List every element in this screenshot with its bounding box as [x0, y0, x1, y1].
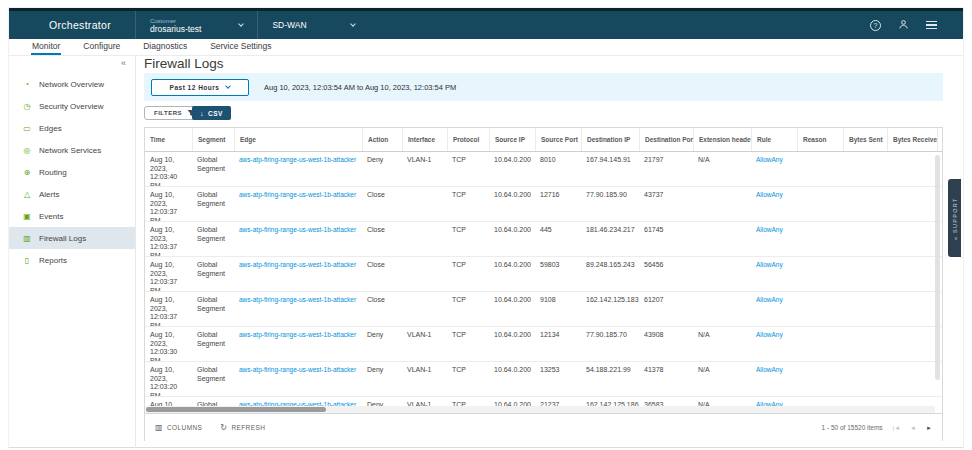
- cell-source-ip: 10.64.0.200: [489, 257, 535, 291]
- support-tab-text: « SUPPORT: [952, 197, 958, 240]
- nav-tab[interactable]: Diagnostics: [142, 39, 188, 55]
- column-header-interface[interactable]: Interface: [402, 128, 447, 151]
- edge-link[interactable]: aws-atp-firing-range-us-west-1b-attacker: [239, 156, 356, 163]
- cell-segment: Global Segment: [192, 222, 234, 256]
- horizontal-scrollbar[interactable]: [145, 406, 935, 413]
- column-header-rule[interactable]: Rule: [751, 128, 797, 151]
- table-row[interactable]: Aug 10, 2023, 12:03:20 PM Global Segment…: [145, 362, 942, 397]
- rule-link[interactable]: AllowAny: [756, 261, 783, 268]
- help-icon[interactable]: ?: [870, 20, 881, 31]
- primary-nav-tabs: Monitor Configure Diagnostics Service Se…: [9, 39, 963, 56]
- edge-link[interactable]: aws-atp-firing-range-us-west-1b-attacker: [239, 296, 356, 303]
- cell-edge: aws-atp-firing-range-us-west-1b-attacker: [234, 257, 362, 291]
- column-header-extension-headers[interactable]: Extension headers: [693, 128, 751, 151]
- columns-button[interactable]: ▥ COLUMNS: [155, 423, 202, 432]
- edge-link[interactable]: aws-atp-firing-range-us-west-1b-attacker: [239, 366, 356, 373]
- column-header-destination-ip[interactable]: Destination IP: [581, 128, 639, 151]
- column-header-segment[interactable]: Segment: [192, 128, 234, 151]
- sidebar-item[interactable]: △ Alerts: [9, 183, 135, 205]
- cell-protocol: TCP: [447, 222, 489, 256]
- time-range-text: Aug 10, 2023, 12:03:54 AM to Aug 10, 202…: [264, 83, 456, 92]
- cell-rule: AllowAny: [751, 187, 797, 221]
- sidebar-collapse-icon[interactable]: «: [121, 58, 126, 68]
- table-row[interactable]: Aug 10, 2023, 12:03:37 PM Global Segment…: [145, 187, 942, 222]
- service-dropdown[interactable]: SD-WAN: [258, 11, 368, 39]
- cell-source-port: 12716: [535, 187, 581, 221]
- column-header-time[interactable]: Time: [145, 128, 192, 151]
- csv-button-label: CSV: [208, 110, 223, 117]
- sidebar: « ◔ Network Overview ◷ Security Overview…: [9, 56, 136, 448]
- scrollbar-thumb[interactable]: [146, 407, 326, 412]
- sidebar-item[interactable]: ⊕ Routing: [9, 161, 135, 183]
- first-page-icon[interactable]: |◄: [893, 425, 901, 431]
- support-tab[interactable]: « SUPPORT: [948, 179, 961, 257]
- rule-link[interactable]: AllowAny: [756, 191, 783, 198]
- sidebar-item-icon: ▯: [22, 256, 32, 265]
- previous-page-icon[interactable]: ◄: [910, 425, 916, 431]
- user-icon[interactable]: [898, 16, 909, 34]
- edge-link[interactable]: aws-atp-firing-range-us-west-1b-attacker: [239, 226, 356, 233]
- nav-tab[interactable]: Service Settings: [209, 39, 272, 55]
- rule-link[interactable]: AllowAny: [756, 331, 783, 338]
- sidebar-item-icon: ▥: [22, 234, 32, 243]
- column-header-reason[interactable]: Reason: [797, 128, 843, 151]
- vertical-scrollbar[interactable]: [935, 155, 940, 380]
- sidebar-item[interactable]: ◎ Network Services: [9, 139, 135, 161]
- column-header-source-ip[interactable]: Source IP: [489, 128, 535, 151]
- sidebar-item[interactable]: ▭ Edges: [9, 117, 135, 139]
- menu-icon[interactable]: [926, 21, 937, 30]
- sidebar-item[interactable]: ◔ Network Overview: [9, 73, 135, 95]
- cell-destination-port: 41378: [639, 362, 693, 396]
- column-header-source-port[interactable]: Source Port: [535, 128, 581, 151]
- edge-link[interactable]: aws-atp-firing-range-us-west-1b-attacker: [239, 261, 356, 268]
- table-row[interactable]: Aug 10, 2023, 12:03:37 PM Global Segment…: [145, 257, 942, 292]
- customer-value: drosarius-test: [150, 25, 202, 33]
- cell-interface: VLAN-1: [402, 152, 447, 186]
- cell-destination-port: 43908: [639, 327, 693, 361]
- table-row[interactable]: Aug 10, 2023, 12:03:40 PM Global Segment…: [145, 152, 942, 187]
- table-row[interactable]: Aug 10, 2023, 12:03:37 PM Global Segment…: [145, 292, 942, 327]
- edge-link[interactable]: aws-atp-firing-range-us-west-1b-attacker: [239, 331, 356, 338]
- sidebar-item[interactable]: ▥ Firewall Logs: [9, 227, 135, 249]
- column-header-protocol[interactable]: Protocol: [447, 128, 489, 151]
- nav-tab[interactable]: Monitor: [31, 39, 61, 55]
- next-page-icon[interactable]: ►: [926, 425, 932, 431]
- sidebar-item[interactable]: ▣ Events: [9, 205, 135, 227]
- column-header-duration[interactable]: Duration: [937, 128, 942, 151]
- table-row[interactable]: Aug 10, 2023, 12:03:30 PM Global Segment…: [145, 327, 942, 362]
- cell-destination-ip: 181.46.234.217: [581, 222, 639, 256]
- rule-link[interactable]: AllowAny: [756, 226, 783, 233]
- column-header-edge[interactable]: Edge: [234, 128, 362, 151]
- cell-bytes-received: [887, 257, 937, 291]
- pagination-range-text: 1 - 50 of 15520 items: [822, 424, 883, 431]
- column-header-destination-port[interactable]: Destination Port: [639, 128, 693, 151]
- table-row[interactable]: Aug 10, 2023, 12:03:37 PM Global Segment…: [145, 222, 942, 257]
- cell-extension-headers: N/A: [693, 362, 751, 396]
- cell-protocol: TCP: [447, 362, 489, 396]
- cell-destination-ip: 77.90.185.90: [581, 187, 639, 221]
- time-range-select[interactable]: Past 12 Hours: [151, 79, 249, 96]
- cell-rule: AllowAny: [751, 362, 797, 396]
- edge-link[interactable]: aws-atp-firing-range-us-west-1b-attacker: [239, 191, 356, 198]
- cell-extension-headers: N/A: [693, 152, 751, 186]
- rule-link[interactable]: AllowAny: [756, 156, 783, 163]
- cell-bytes-received: [887, 292, 937, 326]
- nav-tab[interactable]: Configure: [82, 39, 121, 55]
- cell-interface: [402, 187, 447, 221]
- refresh-button[interactable]: ↻ REFRESH: [220, 423, 265, 432]
- rule-link[interactable]: AllowAny: [756, 296, 783, 303]
- sidebar-item[interactable]: ▯ Reports: [9, 249, 135, 271]
- customer-dropdown[interactable]: Customer drosarius-test: [136, 11, 258, 39]
- cell-edge: aws-atp-firing-range-us-west-1b-attacker: [234, 152, 362, 186]
- csv-export-button[interactable]: ↓ CSV: [192, 106, 231, 120]
- column-header-bytes-sent[interactable]: Bytes Sent: [843, 128, 887, 151]
- cell-destination-ip: 167.94.145.91: [581, 152, 639, 186]
- chevron-left-icon: «: [952, 235, 958, 239]
- column-header-bytes-received[interactable]: Bytes Received: [887, 128, 937, 151]
- rule-link[interactable]: AllowAny: [756, 366, 783, 373]
- sidebar-item-icon: ◔: [22, 80, 32, 89]
- cell-protocol: TCP: [447, 292, 489, 326]
- cell-time: Aug 10, 2023, 12:03:40 PM: [145, 152, 192, 186]
- column-header-action[interactable]: Action: [362, 128, 402, 151]
- sidebar-item[interactable]: ◷ Security Overview: [9, 95, 135, 117]
